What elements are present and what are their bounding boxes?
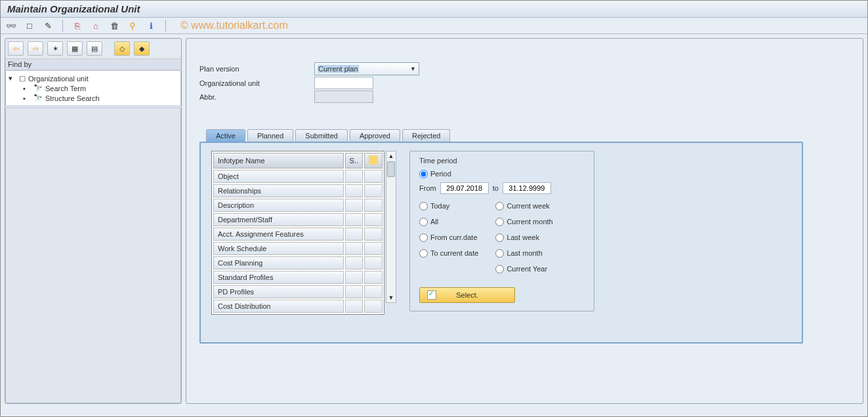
expand-toggle-icon[interactable]: ▾ <box>9 74 16 83</box>
to-date-input[interactable] <box>503 182 551 194</box>
star-icon[interactable]: ✶ <box>47 41 63 56</box>
select-check-icon <box>427 290 436 300</box>
page-title: Maintain Organizational Unit <box>1 1 867 18</box>
radio-period-input[interactable] <box>419 170 428 178</box>
tab-planned[interactable]: Planned <box>247 129 293 142</box>
table-row[interactable]: Cost Planning <box>213 256 382 269</box>
expand-icon[interactable]: ◆ <box>134 41 150 56</box>
bullet-icon: • <box>23 85 31 92</box>
table-row[interactable]: PD Profiles <box>213 285 382 298</box>
table-row[interactable]: Object <box>213 170 382 183</box>
plan-version-select[interactable]: Current plan ▼ <box>314 62 419 75</box>
from-date-input[interactable] <box>440 182 489 194</box>
grid1-icon[interactable]: ▦ <box>67 41 83 56</box>
radio-from-curr-date[interactable]: From curr.date <box>419 231 478 244</box>
tool-new-icon[interactable]: □ <box>23 19 36 32</box>
scroll-up-icon[interactable]: ▲ <box>388 151 394 161</box>
watermark-text: © www.tutorialkart.com <box>180 20 288 31</box>
infotype-table: Infotype Name S.. Object Relationships D… <box>211 151 384 315</box>
tree-root-org-unit[interactable]: ▾ ▢ Organizational unit <box>7 73 179 83</box>
radio-current-week[interactable]: Current week <box>495 199 552 212</box>
sidebar: ⇦ ⇨ ✶ ▦ ▤ ◇ ◆ Find by ▾ ▢ Organizational… <box>5 38 182 404</box>
grid2-icon[interactable]: ▤ <box>87 41 102 56</box>
to-label: to <box>493 184 499 192</box>
tool-person-icon[interactable]: ⚲ <box>126 19 139 32</box>
sidebar-tree: ▾ ▢ Organizational unit • 🔭 Search Term … <box>5 70 181 106</box>
col-infotype-name[interactable]: Infotype Name <box>213 153 344 169</box>
sidebar-body <box>5 108 181 403</box>
content-area: Plan version Current plan ▼ Organization… <box>186 38 863 404</box>
radio-current-year[interactable]: Current Year <box>495 262 552 275</box>
binoculars-icon: 🔭 <box>33 94 43 102</box>
time-period-title: Time period <box>419 157 585 165</box>
table-row[interactable]: Description <box>213 199 382 212</box>
tool-glasses-icon[interactable]: 👓 <box>5 19 18 32</box>
select-button[interactable]: Select. <box>419 287 515 303</box>
plan-version-label: Plan version <box>199 65 314 73</box>
binoculars-icon: 🔭 <box>33 84 43 92</box>
plan-version-value: Current plan <box>318 65 359 73</box>
tool-copy-icon[interactable]: ⎘ <box>71 19 84 32</box>
folder-icon: ▢ <box>19 74 26 83</box>
settings-icon <box>369 155 378 165</box>
back-icon[interactable]: ⇦ <box>8 41 24 56</box>
table-row[interactable]: Acct. Assignment Features <box>213 228 382 241</box>
org-unit-label: Organizational unit <box>199 79 314 87</box>
sidebar-toolbar: ⇦ ⇨ ✶ ▦ ▤ ◇ ◆ <box>5 39 181 59</box>
sidebar-header: Find by <box>5 59 181 70</box>
time-period-box: Time period Period From to Today <box>409 151 594 311</box>
tab-submitted[interactable]: Submitted <box>295 129 348 142</box>
from-label: From <box>419 184 436 192</box>
app-toolbar: 👓 □ ✎ ⎘ ⌂ 🗑 ⚲ ℹ © www.tutorialkart.com <box>1 18 867 34</box>
radio-label: Period <box>430 170 451 178</box>
toolbar-divider <box>165 20 166 31</box>
bullet-icon: • <box>23 94 31 102</box>
table-row[interactable]: Relationships <box>213 184 382 197</box>
tree-structure-search[interactable]: • 🔭 Structure Search <box>22 93 179 103</box>
scroll-down-icon[interactable]: ▼ <box>388 293 394 302</box>
tab-active[interactable]: Active <box>206 129 245 142</box>
forward-icon[interactable]: ⇨ <box>28 41 43 56</box>
toolbar-divider <box>62 20 63 31</box>
select-label: Select. <box>456 291 478 299</box>
table-row[interactable]: Standard Profiles <box>213 271 382 284</box>
table-row[interactable]: Cost Distribution <box>213 300 382 313</box>
tab-approved[interactable]: Approved <box>350 129 400 142</box>
scroll-thumb[interactable] <box>387 161 395 177</box>
tree-label: Structure Search <box>45 94 100 102</box>
tree-search-term[interactable]: • 🔭 Search Term <box>22 83 179 93</box>
tab-strip: Active Planned Submitted Approved Reject… <box>206 129 850 142</box>
collapse-icon[interactable]: ◇ <box>114 41 130 56</box>
tree-label: Search Term <box>45 85 86 92</box>
radio-period[interactable]: Period <box>419 167 585 180</box>
radio-current-month[interactable]: Current month <box>495 215 552 228</box>
tree-label: Organizational unit <box>28 75 89 83</box>
table-scrollbar[interactable]: ▲ ▼ <box>386 151 396 303</box>
org-unit-input[interactable] <box>314 77 373 89</box>
chevron-down-icon: ▼ <box>410 66 416 72</box>
col-s[interactable]: S.. <box>345 153 363 169</box>
radio-last-week[interactable]: Last week <box>495 231 552 244</box>
tab-rejected[interactable]: Rejected <box>402 129 450 142</box>
abbr-label: Abbr. <box>199 93 314 101</box>
radio-today[interactable]: Today <box>419 199 478 212</box>
radio-to-current-date[interactable]: To current date <box>419 247 478 260</box>
radio-last-month[interactable]: Last month <box>495 247 552 260</box>
tool-info-icon[interactable]: ℹ <box>144 19 157 32</box>
tab-panel: Infotype Name S.. Object Relationships D… <box>199 142 803 344</box>
radio-all[interactable]: All <box>419 215 478 228</box>
col-settings[interactable] <box>364 153 382 169</box>
table-row[interactable]: Work Schedule <box>213 242 382 255</box>
tool-edit-icon[interactable]: ✎ <box>41 19 54 32</box>
table-row[interactable]: Department/Staff <box>213 213 382 226</box>
tool-trash-icon[interactable]: 🗑 <box>108 19 121 32</box>
abbr-input <box>314 90 373 103</box>
tool-delimit-icon[interactable]: ⌂ <box>89 19 102 32</box>
